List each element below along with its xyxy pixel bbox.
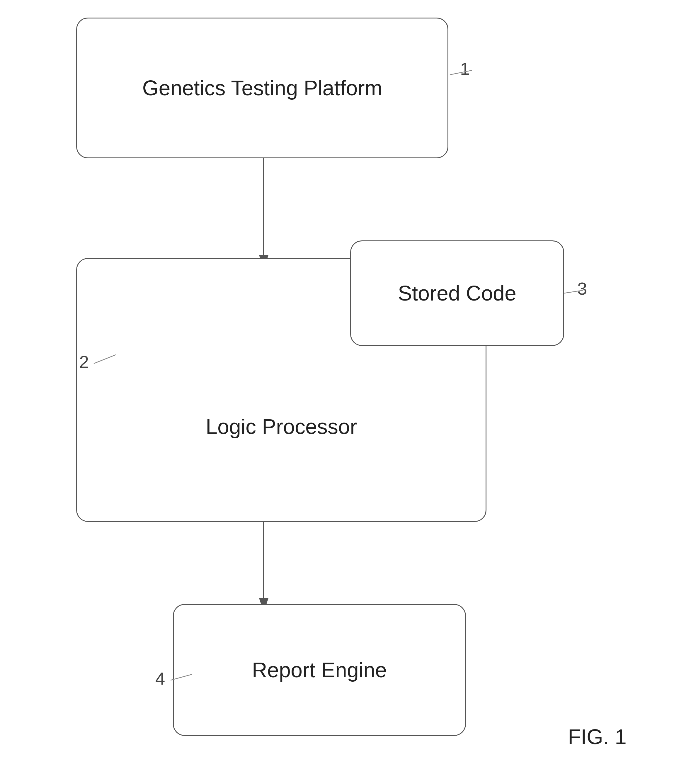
genetics-testing-platform-box: Genetics Testing Platform (76, 18, 448, 158)
stored-code-label: Stored Code (398, 281, 517, 305)
logic-processor-label: Logic Processor (206, 415, 357, 439)
ref-4: 4 (155, 669, 165, 689)
genetics-testing-platform-label: Genetics Testing Platform (142, 76, 382, 100)
diagram: Genetics Testing Platform 1 Logic Proces… (0, 0, 691, 784)
ref-1: 1 (460, 59, 470, 79)
ref-3: 3 (577, 278, 587, 299)
report-engine-label: Report Engine (252, 658, 387, 682)
ref-2: 2 (79, 352, 89, 372)
figure-label: FIG. 1 (568, 725, 627, 749)
stored-code-box: Stored Code (350, 240, 564, 346)
report-engine-box: Report Engine (173, 604, 466, 736)
